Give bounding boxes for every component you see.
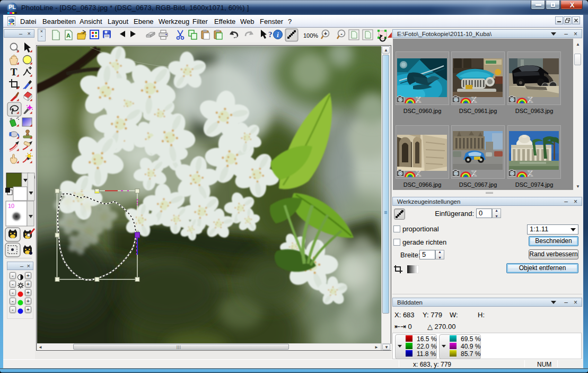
svg-text:X: X [471,169,477,177]
svg-text:+: + [324,30,327,37]
svg-text:X: X [416,96,422,103]
svg-text:-: - [340,30,343,37]
svg-text:T: T [11,66,17,77]
svg-text:A: A [66,32,71,39]
svg-text:X: X [528,169,533,177]
svg-text:10: 10 [8,203,14,209]
svg-text:X: X [471,96,477,103]
svg-text:X: X [528,96,533,103]
svg-text:?: ? [268,30,273,39]
svg-text:X: X [416,169,422,177]
